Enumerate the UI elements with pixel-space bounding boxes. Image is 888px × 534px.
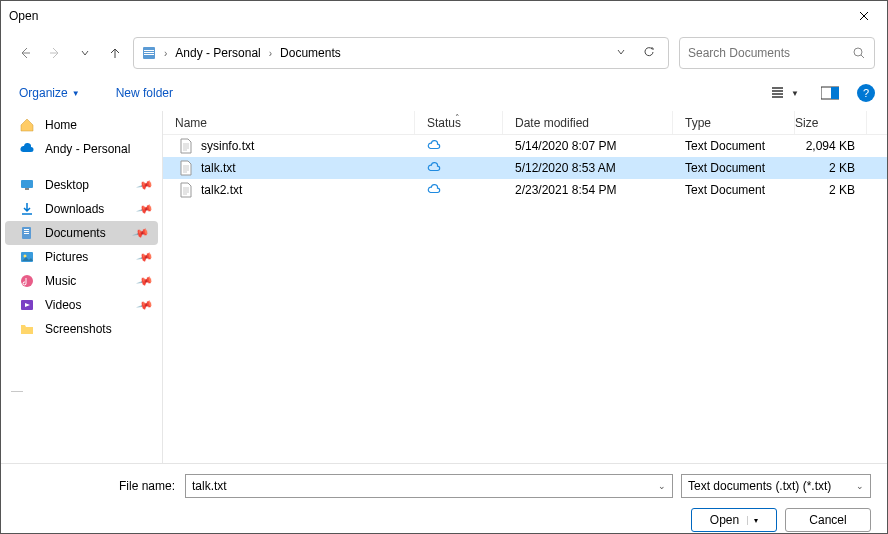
sidebar-item-documents[interactable]: Documents 📌 xyxy=(5,221,158,245)
breadcrumb-folder[interactable]: Documents xyxy=(278,46,343,60)
file-name: talk.txt xyxy=(163,160,415,176)
recent-dropdown[interactable] xyxy=(73,41,97,65)
caret-down-icon[interactable]: ▾ xyxy=(747,516,758,525)
chevron-down-icon[interactable]: ⌄ xyxy=(658,481,666,491)
file-size: 2,094 KB xyxy=(795,139,867,153)
file-type: Text Document xyxy=(673,183,795,197)
file-date: 2/23/2021 8:54 PM xyxy=(503,183,673,197)
sidebar-item-screenshots[interactable]: Screenshots xyxy=(1,317,162,341)
folder-icon xyxy=(19,321,35,337)
nav-row: › Andy - Personal › Documents xyxy=(1,31,887,75)
videos-icon xyxy=(19,297,35,313)
sidebar: Home Andy - Personal Desktop 📌 Downloads… xyxy=(1,111,163,463)
svg-rect-11 xyxy=(24,231,29,232)
sidebar-item-downloads[interactable]: Downloads 📌 xyxy=(1,197,162,221)
svg-rect-6 xyxy=(831,87,839,99)
organize-button[interactable]: Organize ▼ xyxy=(13,82,86,104)
filename-label: File name: xyxy=(17,479,177,493)
svg-point-4 xyxy=(854,48,862,56)
file-name: sysinfo.txt xyxy=(163,138,415,154)
caret-down-icon: ▼ xyxy=(72,89,80,98)
folder-icon xyxy=(140,44,158,62)
file-row[interactable]: talk2.txt2/23/2021 8:54 PMText Document2… xyxy=(163,179,887,201)
pin-icon: 📌 xyxy=(136,200,155,218)
pin-icon: 📌 xyxy=(136,248,155,266)
bottom-panel: File name: talk.txt ⌄ Text documents (.t… xyxy=(1,463,887,534)
cancel-button[interactable]: Cancel xyxy=(785,508,871,532)
sidebar-item-music[interactable]: Music 📌 xyxy=(1,269,162,293)
forward-button[interactable] xyxy=(43,41,67,65)
back-button[interactable] xyxy=(13,41,37,65)
titlebar: Open xyxy=(1,1,887,31)
music-icon xyxy=(19,273,35,289)
caret-down-icon: ▼ xyxy=(791,89,799,98)
filetype-select[interactable]: Text documents (.txt) (*.txt) ⌄ xyxy=(681,474,871,498)
column-type[interactable]: Type xyxy=(673,111,795,134)
chevron-down-icon: ⌄ xyxy=(856,481,864,491)
file-status xyxy=(415,139,503,154)
main-area: Home Andy - Personal Desktop 📌 Downloads… xyxy=(1,111,887,463)
column-size[interactable]: Size xyxy=(795,111,867,134)
column-date[interactable]: Date modified xyxy=(503,111,673,134)
file-status xyxy=(415,161,503,176)
open-button[interactable]: Open ▾ xyxy=(691,508,777,532)
sidebar-item-desktop[interactable]: Desktop 📌 xyxy=(1,173,162,197)
svg-rect-1 xyxy=(144,50,154,51)
home-icon xyxy=(19,117,35,133)
file-size: 2 KB xyxy=(795,183,867,197)
desktop-icon xyxy=(19,177,35,193)
svg-rect-3 xyxy=(144,54,154,55)
close-button[interactable] xyxy=(841,1,887,31)
file-status xyxy=(415,183,503,198)
file-type: Text Document xyxy=(673,139,795,153)
file-list: Name ˄ Status Date modified Type Size sy… xyxy=(163,111,887,463)
column-name[interactable]: Name xyxy=(163,111,415,134)
view-options-button[interactable]: ▼ xyxy=(765,82,805,104)
chevron-right-icon[interactable]: › xyxy=(267,48,274,59)
pin-icon: 📌 xyxy=(136,176,155,194)
new-folder-button[interactable]: New folder xyxy=(108,82,181,104)
pictures-icon xyxy=(19,249,35,265)
refresh-button[interactable] xyxy=(636,45,662,62)
sidebar-item-personal[interactable]: Andy - Personal xyxy=(1,137,162,161)
svg-rect-10 xyxy=(24,229,29,230)
address-dropdown[interactable] xyxy=(610,47,632,59)
window-title: Open xyxy=(9,9,841,23)
sidebar-item-videos[interactable]: Videos 📌 xyxy=(1,293,162,317)
file-size: 2 KB xyxy=(795,161,867,175)
svg-point-14 xyxy=(24,255,27,258)
pin-icon: 📌 xyxy=(136,296,155,314)
cloud-icon xyxy=(19,141,35,157)
documents-icon xyxy=(19,225,35,241)
file-name: talk2.txt xyxy=(163,182,415,198)
downloads-icon xyxy=(19,201,35,217)
chevron-right-icon[interactable]: › xyxy=(162,48,169,59)
file-date: 5/12/2020 8:53 AM xyxy=(503,161,673,175)
search-input[interactable] xyxy=(688,46,852,60)
toolbar: Organize ▼ New folder ▼ ? xyxy=(1,75,887,111)
address-bar[interactable]: › Andy - Personal › Documents xyxy=(133,37,669,69)
svg-point-15 xyxy=(21,275,33,287)
svg-rect-2 xyxy=(144,52,154,53)
search-icon xyxy=(852,46,866,60)
sidebar-item-home[interactable]: Home xyxy=(1,113,162,137)
pin-icon: 📌 xyxy=(132,224,151,242)
column-headers[interactable]: Name ˄ Status Date modified Type Size xyxy=(163,111,887,135)
svg-rect-8 xyxy=(25,188,29,190)
file-date: 5/14/2020 8:07 PM xyxy=(503,139,673,153)
sidebar-item-pictures[interactable]: Pictures 📌 xyxy=(1,245,162,269)
search-box[interactable] xyxy=(679,37,875,69)
file-type: Text Document xyxy=(673,161,795,175)
pin-icon: 📌 xyxy=(136,272,155,290)
filename-input[interactable]: talk.txt ⌄ xyxy=(185,474,673,498)
file-row[interactable]: talk.txt5/12/2020 8:53 AMText Document2 … xyxy=(163,157,887,179)
svg-rect-12 xyxy=(24,233,29,234)
sort-indicator: ˄ xyxy=(455,113,460,123)
up-button[interactable] xyxy=(103,41,127,65)
svg-rect-7 xyxy=(21,180,33,188)
breadcrumb-root[interactable]: Andy - Personal xyxy=(173,46,262,60)
preview-toggle-button[interactable] xyxy=(817,83,843,103)
file-row[interactable]: sysinfo.txt5/14/2020 8:07 PMText Documen… xyxy=(163,135,887,157)
help-button[interactable]: ? xyxy=(857,84,875,102)
